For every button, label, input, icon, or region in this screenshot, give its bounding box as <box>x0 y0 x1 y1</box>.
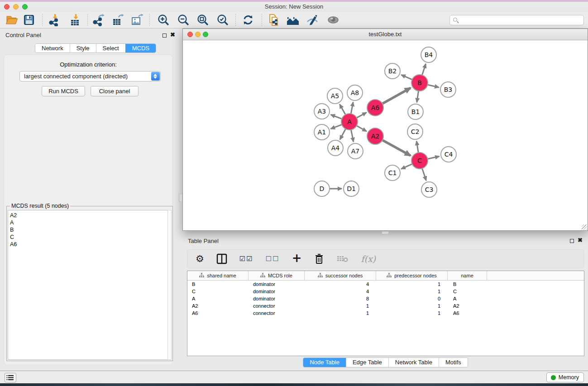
node-B[interactable]: B <box>411 75 428 91</box>
cell[interactable]: C <box>187 288 249 295</box>
node-A3[interactable]: A3 <box>314 104 330 119</box>
edge-A-A8[interactable] <box>351 102 353 114</box>
cell[interactable]: A6 <box>187 310 249 317</box>
zoom-fit-icon[interactable] <box>196 14 209 26</box>
cell[interactable]: 0 <box>376 295 448 302</box>
cell[interactable]: 4 <box>305 288 376 295</box>
window-resize-grip[interactable] <box>582 224 587 230</box>
node-B2[interactable]: B2 <box>385 63 400 79</box>
table-row[interactable]: Cdominator41C <box>187 288 584 295</box>
cell[interactable]: dominator <box>249 288 305 295</box>
cell[interactable]: A2 <box>448 302 487 310</box>
cell[interactable]: dominator <box>249 295 305 302</box>
edge-A-A7[interactable] <box>351 130 354 142</box>
delete-table-icon[interactable] <box>337 254 349 263</box>
node-D1[interactable]: D1 <box>344 181 359 196</box>
network-zoom-button[interactable] <box>203 32 208 37</box>
edge-C-C3[interactable] <box>422 168 426 181</box>
node-A1[interactable]: A1 <box>314 124 330 140</box>
save-session-icon[interactable] <box>23 14 35 26</box>
network-graph-canvas[interactable]: B4B2BB3A8A5A6A3B1AC2A1A2A4A7C4CC1DD1C3 <box>183 40 588 230</box>
node-C4[interactable]: C4 <box>441 147 456 162</box>
column-header-successor-nodes[interactable]: successor nodes <box>305 271 376 280</box>
edge-A-A3[interactable] <box>331 114 342 119</box>
task-history-button[interactable] <box>5 373 16 382</box>
show-graphics-icon[interactable] <box>327 14 339 26</box>
function-builder-icon[interactable]: f(x) <box>361 254 376 264</box>
control-panel-close-icon[interactable]: ✖ <box>170 33 175 37</box>
node-A5[interactable]: A5 <box>327 88 343 104</box>
column-header-shared-name[interactable]: shared name <box>187 271 249 280</box>
select-all-rows-icon[interactable]: ☑☑ <box>239 255 253 263</box>
cell[interactable]: 1 <box>376 302 448 310</box>
delete-rows-icon[interactable] <box>314 253 325 265</box>
cell[interactable]: A2 <box>187 302 249 310</box>
node-A4[interactable]: A4 <box>328 140 343 156</box>
result-item-B[interactable]: B <box>10 226 167 234</box>
table-tab-edge-table[interactable]: Edge Table <box>346 358 388 367</box>
refresh-view-icon[interactable] <box>242 14 254 26</box>
table-tab-node-table[interactable]: Node Table <box>303 358 346 367</box>
column-header-predecessor-nodes[interactable]: predecessor nodes <box>376 271 448 280</box>
result-item-A[interactable]: A <box>10 219 167 226</box>
result-item-C[interactable]: C <box>10 234 167 241</box>
result-list-scrollbar[interactable] <box>167 210 172 360</box>
add-row-icon[interactable]: + <box>292 251 302 265</box>
edge-B-B2[interactable] <box>401 75 412 80</box>
minimize-window-button[interactable] <box>13 4 19 10</box>
table-row[interactable]: A2connector11A2 <box>187 302 584 310</box>
export-table-icon[interactable] <box>111 14 124 26</box>
dropdown-stepper-icon[interactable] <box>151 72 160 81</box>
cell[interactable]: 4 <box>305 281 376 288</box>
cell[interactable]: connector <box>249 302 305 310</box>
clone-network-icon[interactable] <box>268 14 280 26</box>
table-panel-close-icon[interactable]: ✖ <box>578 238 583 243</box>
node-B4[interactable]: B4 <box>421 47 436 62</box>
cell[interactable]: dominator <box>249 281 305 288</box>
edge-A-A5[interactable] <box>339 104 345 114</box>
open-session-icon[interactable] <box>5 14 18 26</box>
cell[interactable]: 1 <box>305 302 376 310</box>
cell[interactable]: 1 <box>376 310 448 317</box>
cell[interactable]: A6 <box>448 310 487 317</box>
criterion-dropdown[interactable]: largest connected component (directed) <box>19 71 161 81</box>
run-mcds-button[interactable]: Run MCDS <box>42 86 85 96</box>
table-tab-network-table[interactable]: Network Table <box>388 358 439 367</box>
node-A8[interactable]: A8 <box>347 85 363 100</box>
table-panel-float-icon[interactable] <box>570 239 574 243</box>
close-panel-button[interactable]: Close panel <box>91 86 139 96</box>
tab-select[interactable]: Select <box>96 44 125 52</box>
node-C[interactable]: C <box>411 152 428 169</box>
edge-B-B1[interactable] <box>417 91 419 102</box>
table-row[interactable]: Bdominator41B <box>187 281 584 288</box>
node-D[interactable]: D <box>314 181 330 196</box>
horizontal-divider-grip[interactable] <box>382 231 389 234</box>
node-A7[interactable]: A7 <box>348 143 363 159</box>
cell[interactable]: 8 <box>305 295 376 302</box>
show-columns-icon[interactable] <box>216 253 227 264</box>
column-header-MCDS-role[interactable]: MCDS role <box>249 271 305 280</box>
cell[interactable]: C <box>448 288 487 295</box>
search-field[interactable] <box>449 15 584 25</box>
edge-B-B4[interactable] <box>422 64 426 75</box>
cell[interactable]: B <box>448 281 487 288</box>
cell[interactable]: A <box>187 295 249 302</box>
export-network-icon[interactable] <box>92 14 105 26</box>
memory-button[interactable]: Memory <box>546 372 584 382</box>
cell[interactable]: 1 <box>376 288 448 295</box>
import-table-icon[interactable] <box>69 14 81 26</box>
vertical-divider-grip[interactable] <box>179 194 182 202</box>
network-minimize-button[interactable] <box>195 32 201 37</box>
import-network-icon[interactable] <box>48 14 61 26</box>
table-tab-motifs[interactable]: Motifs <box>439 358 468 367</box>
network-window-titlebar[interactable]: testGlobe.txt <box>183 29 588 40</box>
cell[interactable]: 1 <box>305 310 376 317</box>
cell[interactable]: A <box>448 295 487 302</box>
home-layout-icon[interactable] <box>287 14 299 26</box>
node-A6[interactable]: A6 <box>367 100 383 116</box>
cell[interactable]: B <box>187 281 249 288</box>
control-panel-float-icon[interactable] <box>163 33 167 38</box>
tab-style[interactable]: Style <box>70 44 96 52</box>
edge-A2-C[interactable] <box>382 140 411 156</box>
search-input[interactable] <box>459 16 581 24</box>
